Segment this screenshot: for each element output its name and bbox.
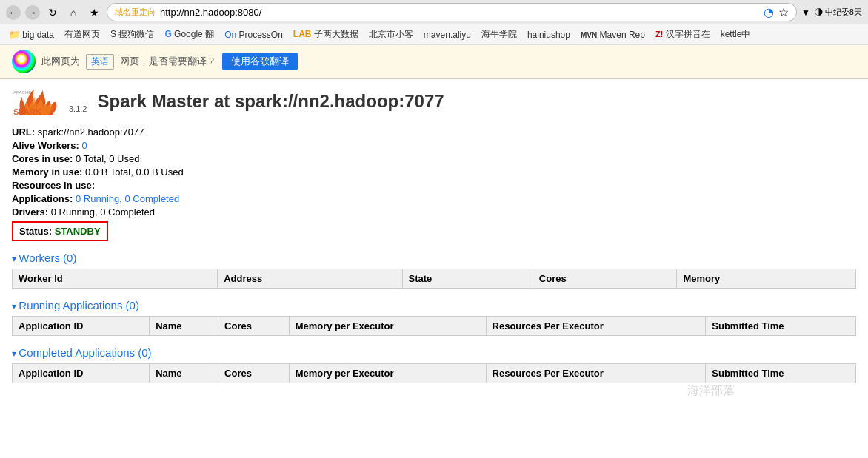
lab-icon: LAB bbox=[293, 29, 312, 39]
google-multicolor-icon bbox=[12, 50, 36, 73]
spark-title: Spark Master at spark://nn2.hadoop:7077 bbox=[97, 91, 444, 112]
corner-info: ◑ 中纪委8天 bbox=[815, 7, 862, 18]
sogou-icon: S bbox=[110, 29, 116, 39]
running-col-resources: Resources Per Executor bbox=[486, 317, 706, 336]
completed-apps-header-row: Application ID Name Cores Memory per Exe… bbox=[13, 364, 856, 383]
running-col-name: Name bbox=[150, 317, 218, 336]
bookmark-kettle[interactable]: kettle中 bbox=[716, 27, 755, 42]
info-section: URL: spark://nn2.hadoop:7077 Alive Worke… bbox=[12, 127, 856, 241]
translate-bar: 此网页为 英语 网页，是否需要翻译？ 使用谷歌翻译 bbox=[0, 45, 868, 78]
mvn-icon: MVN bbox=[581, 31, 597, 39]
running-col-appid: Application ID bbox=[13, 317, 150, 336]
home-button[interactable]: ⌂ bbox=[65, 4, 81, 21]
svg-text:APACHE: APACHE bbox=[13, 90, 31, 95]
alive-workers-value[interactable]: 0 bbox=[81, 140, 87, 151]
page-content: SPARK APACHE 3.1.2 Spark Master at spark… bbox=[0, 79, 868, 398]
svg-text:SPARK: SPARK bbox=[13, 107, 41, 116]
drivers-value: 0 Running, 0 Completed bbox=[51, 206, 155, 218]
processon-icon: On bbox=[224, 30, 236, 40]
translate-middle: 网页，是否需要翻译？ bbox=[120, 55, 216, 68]
redirect-label: 域名重定向 bbox=[115, 7, 156, 18]
address-input[interactable] bbox=[160, 7, 759, 18]
completed-apps-table-head: Application ID Name Cores Memory per Exe… bbox=[13, 364, 856, 383]
applications-running-link[interactable]: 0 Running bbox=[76, 193, 119, 204]
bookmark-bigdata[interactable]: 📁 big data bbox=[4, 28, 59, 41]
translate-action-button[interactable]: 使用谷歌翻译 bbox=[222, 53, 298, 70]
url-label: URL: bbox=[12, 127, 35, 138]
workers-col-cores: Cores bbox=[533, 269, 677, 289]
memory-label: Memory in use: bbox=[12, 166, 82, 178]
bookmark-star-button[interactable]: ★ bbox=[86, 4, 102, 21]
resources-row: Resources in use: bbox=[12, 180, 856, 191]
translate-lang-button[interactable]: 英语 bbox=[86, 54, 114, 70]
bookmark-youdao[interactable]: 有道网页 bbox=[60, 27, 104, 42]
workers-col-address: Address bbox=[218, 269, 402, 289]
applications-row: Applications: 0 Running, 0 Completed bbox=[12, 193, 856, 204]
bookmark-processon[interactable]: On ProcessOn bbox=[220, 28, 287, 41]
bookmark-beijing[interactable]: 北京市小客 bbox=[364, 27, 418, 42]
status-row: Status: STANDBY bbox=[12, 220, 856, 241]
spark-version: 3.1.2 bbox=[69, 104, 87, 113]
bookmark-sogou[interactable]: S 搜狗微信 bbox=[106, 27, 158, 42]
folder-icon: 📁 bbox=[9, 30, 20, 40]
workers-col-state: State bbox=[402, 269, 533, 289]
running-col-memory: Memory per Executor bbox=[289, 317, 486, 336]
completed-apps-section-header[interactable]: Completed Applications (0) bbox=[12, 346, 856, 359]
completed-col-name: Name bbox=[150, 364, 218, 383]
workers-table-head: Worker Id Address State Cores Memory bbox=[13, 269, 856, 289]
workers-section-header[interactable]: Workers (0) bbox=[12, 252, 856, 264]
applications-completed-link[interactable]: 0 Completed bbox=[124, 193, 179, 204]
alive-workers-row: Alive Workers: 0 bbox=[12, 140, 856, 151]
browser-chrome: ← → ↻ ⌂ ★ 域名重定向 ◔ ☆ ▼ ◑ 中纪委8天 📁 big data… bbox=[0, 0, 868, 79]
zi-icon: Z! bbox=[655, 30, 663, 38]
completed-col-memory: Memory per Executor bbox=[289, 364, 486, 383]
resources-label: Resources in use: bbox=[12, 180, 95, 191]
back-button[interactable]: ← bbox=[6, 5, 21, 20]
browser-titlebar: ← → ↻ ⌂ ★ 域名重定向 ◔ ☆ ▼ ◑ 中纪委8天 bbox=[0, 0, 868, 24]
completed-apps-table: Application ID Name Cores Memory per Exe… bbox=[12, 363, 856, 383]
status-label: Status: bbox=[19, 226, 52, 237]
favorites-button[interactable]: ☆ bbox=[778, 5, 789, 19]
google-icon: G bbox=[164, 29, 171, 39]
bookmark-google[interactable]: G Google 翻 bbox=[160, 27, 218, 42]
running-col-submitted: Submitted Time bbox=[706, 317, 856, 336]
url-row: URL: spark://nn2.hadoop:7077 bbox=[12, 127, 856, 138]
url-value: spark://nn2.hadoop:7077 bbox=[38, 127, 144, 138]
running-apps-table-head: Application ID Name Cores Memory per Exe… bbox=[13, 317, 856, 336]
status-box: Status: STANDBY bbox=[12, 221, 108, 241]
running-apps-section-header[interactable]: Running Applications (0) bbox=[12, 299, 856, 311]
spark-logo-svg: SPARK APACHE bbox=[12, 87, 67, 116]
menu-dropdown-button[interactable]: ▼ bbox=[801, 7, 810, 18]
completed-col-submitted: Submitted Time bbox=[706, 364, 856, 383]
alive-workers-label: Alive Workers: bbox=[12, 140, 79, 151]
completed-col-appid: Application ID bbox=[13, 364, 150, 383]
completed-col-resources: Resources Per Executor bbox=[486, 364, 706, 383]
drivers-label: Drivers: bbox=[12, 206, 48, 218]
memory-value: 0.0 B Total, 0.0 B Used bbox=[85, 166, 184, 178]
ie-icon: ◔ bbox=[764, 5, 774, 19]
cores-row: Cores in use: 0 Total, 0 Used bbox=[12, 153, 856, 164]
forward-button[interactable]: → bbox=[25, 5, 40, 20]
bookmark-mavenrep[interactable]: MVN Maven Rep bbox=[576, 28, 650, 41]
drivers-row: Drivers: 0 Running, 0 Completed bbox=[12, 206, 856, 218]
cores-value: 0 Total, 0 Used bbox=[76, 153, 139, 164]
bookmark-ziliang[interactable]: LAB 子两大数据 bbox=[289, 27, 363, 42]
bookmark-maven[interactable]: maven.aliyu bbox=[419, 28, 475, 41]
refresh-button[interactable]: ↻ bbox=[44, 4, 61, 21]
workers-col-memory: Memory bbox=[677, 269, 856, 289]
workers-header-row: Worker Id Address State Cores Memory bbox=[13, 269, 856, 289]
workers-col-workerid: Worker Id bbox=[13, 269, 218, 289]
bookmark-hanzi[interactable]: Z! 汉字拼音在 bbox=[651, 27, 715, 42]
bookmark-hainiuxueyuan[interactable]: 海牛学院 bbox=[477, 27, 521, 42]
running-apps-table: Application ID Name Cores Memory per Exe… bbox=[12, 316, 856, 336]
running-col-cores: Cores bbox=[218, 317, 290, 336]
running-apps-header-row: Application ID Name Cores Memory per Exe… bbox=[13, 317, 856, 336]
bookmark-hainiushop[interactable]: hainiushop bbox=[523, 28, 575, 41]
applications-label: Applications: bbox=[12, 193, 73, 204]
address-bar[interactable]: 域名重定向 ◔ ☆ bbox=[107, 3, 797, 21]
memory-row: Memory in use: 0.0 B Total, 0.0 B Used bbox=[12, 166, 856, 178]
bookmarks-bar: 📁 big data 有道网页 S 搜狗微信 G Google 翻 On Pro… bbox=[0, 24, 868, 45]
workers-table: Worker Id Address State Cores Memory bbox=[12, 269, 856, 289]
translate-prefix: 此网页为 bbox=[41, 55, 80, 68]
status-value: STANDBY bbox=[55, 226, 101, 237]
